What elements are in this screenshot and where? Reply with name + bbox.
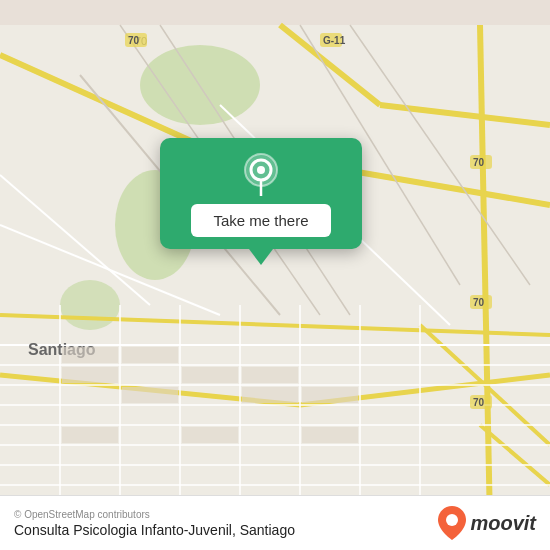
svg-text:70: 70: [473, 397, 485, 408]
svg-rect-49: [62, 347, 118, 363]
svg-rect-57: [62, 427, 118, 443]
svg-text:G-11: G-11: [323, 35, 346, 46]
moovit-logo-text: moovit: [470, 512, 536, 535]
map-background: 70 70 G-11 70 70 70 Santiago: [0, 0, 550, 550]
svg-rect-52: [182, 367, 238, 383]
svg-rect-56: [302, 387, 358, 403]
bottom-bar-info: © OpenStreetMap contributors Consulta Ps…: [14, 509, 295, 538]
svg-rect-59: [302, 427, 358, 443]
bottom-bar: © OpenStreetMap contributors Consulta Ps…: [0, 495, 550, 550]
svg-rect-0: [0, 25, 550, 525]
take-me-there-button[interactable]: Take me there: [191, 204, 330, 237]
moovit-logo[interactable]: moovit: [438, 506, 536, 540]
moovit-pin-icon: [438, 506, 466, 540]
svg-point-64: [446, 514, 458, 526]
copyright-text: © OpenStreetMap contributors: [14, 509, 295, 520]
svg-text:70: 70: [473, 157, 485, 168]
svg-rect-51: [62, 367, 118, 383]
svg-rect-58: [182, 427, 238, 443]
svg-rect-55: [242, 387, 298, 403]
svg-rect-50: [122, 347, 178, 363]
svg-point-3: [60, 280, 120, 330]
svg-rect-54: [122, 387, 178, 403]
location-tooltip-card: Take me there: [160, 138, 362, 249]
svg-point-62: [257, 166, 265, 174]
svg-rect-53: [242, 367, 298, 383]
svg-text:70: 70: [473, 297, 485, 308]
map-container: 70 70 G-11 70 70 70 Santiago: [0, 0, 550, 550]
location-pin-icon: [239, 152, 283, 196]
svg-text:70: 70: [128, 35, 140, 46]
location-name: Consulta Psicologia Infanto-Juvenil, San…: [14, 522, 295, 538]
